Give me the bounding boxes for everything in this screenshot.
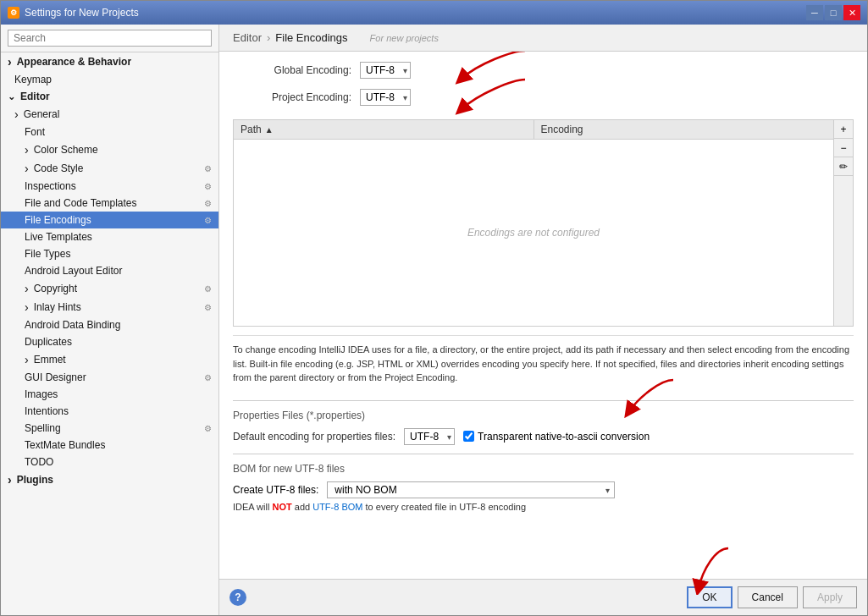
transparent-checkbox-row: Transparent native-to-ascii conversion — [463, 431, 650, 443]
bom-note-not: NOT — [272, 502, 291, 512]
transparent-checkbox[interactable] — [463, 431, 474, 442]
panel-content-wrapper: Global Encoding: UTF-8 — [219, 52, 867, 579]
sidebar-item-label: Images — [25, 388, 58, 400]
sidebar-item-label: Inlay Hints — [34, 301, 81, 313]
sidebar-item-live-templates[interactable]: Live Templates — [1, 228, 218, 245]
props-encoding-select[interactable]: UTF-8 — [404, 428, 455, 445]
encoding-column-header: Encoding — [534, 120, 834, 139]
gear-icon: ⚙ — [204, 164, 212, 173]
global-encoding-label: Global Encoding: — [233, 64, 351, 76]
sidebar-item-label: Code Style — [34, 162, 84, 174]
create-label: Create UTF-8 files: — [233, 484, 318, 496]
global-encoding-container: Global Encoding: UTF-8 — [233, 62, 854, 80]
encoding-column-label: Encoding — [541, 124, 583, 135]
sidebar-item-android-layout[interactable]: Android Layout Editor — [1, 262, 218, 279]
window-title: Settings for New Projects — [25, 7, 139, 19]
bom-note: IDEA will NOT add UTF-8 BOM to every cre… — [233, 502, 854, 512]
search-box — [1, 25, 218, 52]
maximize-button[interactable]: □ — [825, 5, 842, 20]
gear-icon: ⚙ — [204, 373, 212, 382]
sidebar-item-label: Editor — [20, 91, 50, 102]
sidebar-item-label: File and Code Templates — [25, 197, 137, 209]
remove-encoding-button[interactable]: − — [834, 139, 853, 157]
sort-icon: ▲ — [265, 125, 274, 135]
bottom-bar: ? OK Cancel — [219, 579, 867, 615]
sidebar-item-label: Keymap — [14, 74, 52, 85]
sidebar-item-font[interactable]: Font — [1, 124, 218, 140]
dialog-buttons: OK Cancel Apply — [687, 586, 857, 608]
sidebar-item-copyright[interactable]: Copyright ⚙ — [1, 279, 218, 298]
minimize-button[interactable]: ─ — [806, 5, 823, 20]
sidebar-item-label: General — [24, 108, 60, 120]
bom-note-suffix: to every created file in UTF-8 encoding — [366, 502, 527, 512]
sidebar-item-inspections[interactable]: Inspections ⚙ — [1, 178, 218, 195]
sidebar-item-images[interactable]: Images — [1, 386, 218, 403]
bom-section-title: BOM for new UTF-8 files — [233, 463, 854, 475]
sidebar: Appearance & Behavior Keymap Editor Gene… — [1, 25, 219, 615]
sidebar-item-emmet[interactable]: Emmet — [1, 350, 218, 369]
sidebar-item-todo[interactable]: TODO — [1, 454, 218, 470]
sidebar-item-general[interactable]: General — [1, 105, 218, 124]
project-encoding-container: Project Encoding: UTF-8 — [233, 89, 854, 107]
project-encoding-select-wrapper: UTF-8 — [360, 89, 411, 106]
sidebar-item-label: Copyright — [34, 283, 77, 294]
sidebar-item-android-data[interactable]: Android Data Binding — [1, 316, 218, 333]
transparent-label: Transparent native-to-ascii conversion — [478, 431, 650, 443]
properties-section: Properties Files (*.properties) Default … — [233, 400, 854, 445]
panel-body: Global Encoding: UTF-8 — [219, 52, 867, 579]
gear-icon: ⚙ — [204, 424, 212, 433]
sidebar-item-editor[interactable]: Editor — [1, 88, 218, 105]
project-encoding-select[interactable]: UTF-8 — [360, 89, 411, 106]
sidebar-item-appearance[interactable]: Appearance & Behavior — [1, 52, 218, 71]
sidebar-item-file-encodings[interactable]: File Encodings ⚙ — [1, 212, 218, 228]
sidebar-item-label: Spelling — [25, 422, 61, 434]
sidebar-item-label: Duplicates — [25, 336, 72, 348]
sidebar-item-label: Plugins — [17, 474, 53, 486]
apply-button[interactable]: Apply — [803, 586, 857, 608]
help-button[interactable]: ? — [229, 589, 246, 606]
ok-button[interactable]: OK — [687, 586, 732, 608]
properties-section-title: Properties Files (*.properties) — [233, 410, 854, 421]
global-encoding-row: Global Encoding: UTF-8 — [233, 62, 854, 79]
sidebar-item-inlay-hints[interactable]: Inlay Hints ⚙ — [1, 298, 218, 316]
gear-icon: ⚙ — [204, 216, 212, 225]
table-side-buttons: + − ✏ — [833, 120, 853, 326]
encodings-table: Path ▲ Encoding Encodings are not config… — [234, 120, 833, 326]
gear-icon: ⚙ — [204, 182, 212, 191]
bom-row: Create UTF-8 files: with NO BOM with BOM — [233, 481, 854, 498]
sidebar-item-label: Appearance & Behavior — [17, 56, 131, 68]
bom-select-wrapper: with NO BOM with BOM — [327, 481, 615, 498]
path-column-label: Path — [240, 124, 262, 135]
sidebar-item-duplicates[interactable]: Duplicates — [1, 333, 218, 350]
project-encoding-row: Project Encoding: UTF-8 — [233, 89, 854, 106]
table-body: Encodings are not configured — [234, 140, 833, 326]
sidebar-item-code-style[interactable]: Code Style ⚙ — [1, 159, 218, 178]
sidebar-item-textmate[interactable]: TextMate Bundles — [1, 437, 218, 454]
sidebar-item-color-scheme[interactable]: Color Scheme — [1, 140, 218, 159]
close-button[interactable]: ✕ — [843, 5, 860, 20]
settings-window: ⚙ Settings for New Projects ─ □ ✕ Appear… — [0, 0, 868, 616]
cancel-button[interactable]: Cancel — [738, 586, 798, 608]
breadcrumb-current: File Encodings — [275, 31, 347, 44]
sidebar-item-spelling[interactable]: Spelling ⚙ — [1, 420, 218, 437]
sidebar-item-label: TextMate Bundles — [25, 439, 105, 451]
sidebar-item-label: Font — [25, 126, 45, 138]
sidebar-item-label: Android Data Binding — [25, 319, 120, 331]
props-encoding-select-wrapper: UTF-8 — [404, 428, 455, 445]
path-column-header: Path ▲ — [234, 120, 534, 139]
bom-select[interactable]: with NO BOM with BOM — [327, 481, 615, 498]
global-encoding-select[interactable]: UTF-8 — [360, 62, 411, 79]
sidebar-item-file-code-templates[interactable]: File and Code Templates ⚙ — [1, 195, 218, 212]
sidebar-item-plugins[interactable]: Plugins — [1, 470, 218, 489]
sidebar-item-label: Android Layout Editor — [25, 265, 122, 277]
sidebar-item-file-types[interactable]: File Types — [1, 245, 218, 262]
panel-header: Editor › File Encodings For new projects — [219, 25, 867, 52]
sidebar-item-intentions[interactable]: Intentions — [1, 403, 218, 420]
sidebar-item-keymap[interactable]: Keymap — [1, 71, 218, 88]
project-encoding-label: Project Encoding: — [233, 91, 351, 103]
edit-encoding-button[interactable]: ✏ — [834, 157, 853, 176]
sidebar-item-gui-designer[interactable]: GUI Designer ⚙ — [1, 369, 218, 386]
search-input[interactable] — [8, 30, 212, 47]
sidebar-item-label: File Types — [25, 248, 70, 260]
add-encoding-button[interactable]: + — [834, 120, 853, 139]
